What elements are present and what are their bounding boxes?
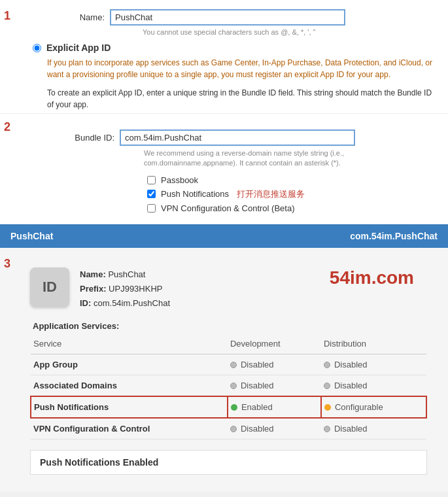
dist-status-cell: Disabled xyxy=(321,418,426,439)
dev-status-dot xyxy=(230,362,237,368)
dev-status-dot xyxy=(230,426,237,432)
bundle-id-bar: com.54im.PushChat xyxy=(350,231,438,241)
step-3-number: 3 xyxy=(4,257,10,271)
bundle-id-input[interactable] xyxy=(120,129,355,146)
detail-id-value: com.54im.PushChat xyxy=(94,298,170,308)
explicit-desc-1: If you plan to incorporate app services … xyxy=(47,57,438,80)
service-name-cell: VPN Configuration & Control xyxy=(31,418,228,439)
name-field-label: Name: xyxy=(72,12,105,22)
vpn-label: VPN Configuration & Control (Beta) xyxy=(161,203,294,213)
dev-status-cell: Disabled xyxy=(228,354,321,375)
vpn-checkbox[interactable] xyxy=(147,204,156,213)
col-development: Development xyxy=(228,336,321,354)
services-title: Application Services: xyxy=(30,321,427,331)
detail-prefix-value: UPJ993HKHP xyxy=(109,284,162,294)
website-label: 54im.com xyxy=(330,267,427,288)
dev-status-dot xyxy=(231,404,237,411)
passbook-label: Passbook xyxy=(161,175,198,185)
app-id-icon: ID xyxy=(30,267,69,307)
dist-status-dot xyxy=(324,426,330,432)
step-2-number: 2 xyxy=(4,120,10,134)
dev-status-text: Disabled xyxy=(241,381,274,390)
dev-status-text: Enabled xyxy=(241,402,273,412)
dist-status-dot xyxy=(324,404,331,411)
name-hint: You cannot use special characters such a… xyxy=(20,28,438,36)
app-header-bar: PushChat com.54im.PushChat xyxy=(0,224,448,248)
col-distribution: Distribution xyxy=(321,336,426,354)
explicit-app-id-radio[interactable] xyxy=(33,44,41,52)
detail-prefix-label: Prefix: xyxy=(80,284,106,294)
services-table: Service Development Distribution App Gro… xyxy=(30,336,427,439)
col-service: Service xyxy=(31,336,228,354)
push-notifications-label: Push Notifications xyxy=(161,189,229,199)
dist-status-text: Disabled xyxy=(334,381,368,390)
detail-name-label: Name: xyxy=(80,269,106,279)
explicit-desc-2: To create an explicit App ID, enter a un… xyxy=(47,87,438,111)
dist-status-dot xyxy=(324,383,330,389)
detail-id-label: ID: xyxy=(80,298,91,308)
bundle-id-label: Bundle ID: xyxy=(72,133,114,143)
dev-status-cell: Disabled xyxy=(228,418,321,439)
dist-status-text: Configurable xyxy=(335,402,383,412)
table-row: Push Notifications Enabled Configurable xyxy=(31,396,426,418)
step-1-number: 1 xyxy=(4,9,10,23)
table-row: Associated Domains Disabled Disabled xyxy=(31,375,426,397)
service-name-cell: App Group xyxy=(31,354,228,375)
push-notifications-checkbox[interactable] xyxy=(147,190,156,198)
table-row: App Group Disabled Disabled xyxy=(31,354,426,375)
service-name-cell: Push Notifications xyxy=(31,396,228,418)
detail-name-value: PushChat xyxy=(108,269,145,279)
dist-status-text: Disabled xyxy=(334,424,368,434)
bundle-hint-1: We recommend using a reverse-domain name… xyxy=(20,148,438,169)
table-row: VPN Configuration & Control Disabled Dis… xyxy=(31,418,426,439)
passbook-checkbox[interactable] xyxy=(147,176,156,184)
dev-status-text: Disabled xyxy=(241,360,274,369)
dist-status-text: Disabled xyxy=(334,360,368,369)
service-name-cell: Associated Domains xyxy=(31,375,228,397)
explicit-app-id-title: Explicit App ID xyxy=(46,43,111,53)
name-input[interactable] xyxy=(110,9,345,26)
dist-status-cell: Disabled xyxy=(321,375,426,397)
dev-status-cell: Disabled xyxy=(228,375,321,397)
dist-status-cell: Disabled xyxy=(321,354,426,375)
dev-status-text: Disabled xyxy=(241,424,274,434)
dev-status-dot xyxy=(230,383,237,389)
dist-status-cell: Configurable xyxy=(321,396,426,418)
dist-status-dot xyxy=(324,362,330,368)
push-notifications-chinese-label: 打开消息推送服务 xyxy=(237,188,305,200)
push-enabled-banner: Push Notifications Enabled xyxy=(30,450,427,475)
app-name-bar: PushChat xyxy=(10,231,53,241)
dev-status-cell: Enabled xyxy=(228,396,321,418)
